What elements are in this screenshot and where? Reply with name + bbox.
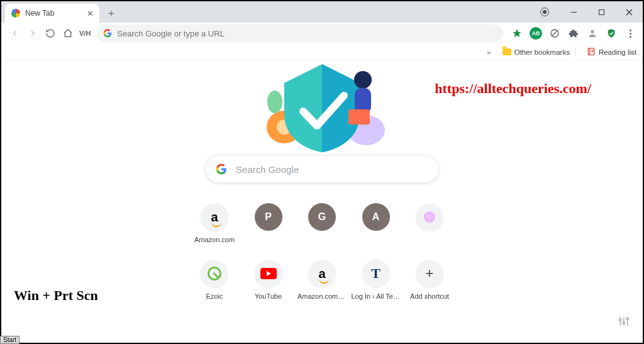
address-input[interactable] [117, 29, 497, 38]
watermark-text: https://alltechqueries.com/ [435, 80, 591, 97]
shortcut-tile[interactable] [405, 203, 454, 243]
shortcut-tile[interactable]: YouTube [244, 260, 293, 300]
shortcut-tile[interactable]: G [297, 203, 347, 243]
nav-reload-button[interactable] [42, 25, 59, 42]
svg-point-26 [626, 318, 628, 319]
svg-point-24 [623, 322, 625, 324]
svg-point-15 [267, 91, 282, 113]
search-box[interactable]: Search Google [206, 156, 438, 182]
reading-list-icon [587, 47, 596, 57]
shortcut-tile[interactable]: Ezoic [190, 260, 239, 300]
shortcut-icon: T [362, 260, 390, 287]
svg-line-6 [552, 31, 557, 36]
separator [575, 47, 575, 57]
shortcut-icon: A [362, 203, 390, 231]
shortcut-icon: a [201, 203, 228, 231]
google-icon [103, 29, 112, 38]
reading-list-label: Reading list [599, 48, 636, 56]
bookmarks-overflow-icon[interactable]: » [487, 48, 491, 56]
svg-rect-1 [599, 9, 604, 14]
shortcut-label: Amazon.com [194, 236, 235, 243]
shortcut-label: Ezoic [206, 292, 223, 300]
shortcut-tile[interactable]: TLog In ‹ All Tec... [352, 260, 401, 300]
other-bookmarks-folder[interactable]: Other bookmarks [502, 48, 570, 56]
folder-icon [502, 48, 511, 55]
extension-badge[interactable]: AB [528, 26, 543, 41]
record-indicator-icon [532, 3, 560, 21]
nav-home-button[interactable] [59, 25, 77, 42]
nav-forward-button[interactable] [24, 25, 42, 42]
extension-block-icon[interactable] [547, 26, 562, 41]
tab-close-icon[interactable]: ✕ [86, 9, 94, 18]
shortcut-tile[interactable]: P [244, 203, 293, 243]
nav-back-button[interactable] [6, 25, 24, 42]
browser-menu-button[interactable] [623, 26, 638, 41]
other-bookmarks-label: Other bookmarks [514, 48, 570, 56]
shortcut-tile[interactable]: A [352, 203, 401, 243]
tab-favicon [11, 9, 20, 18]
window-controls [532, 1, 643, 23]
shortcut-icon: + [416, 260, 443, 287]
svg-point-7 [591, 30, 594, 33]
vpn-indicator[interactable]: V/H [77, 25, 93, 42]
shortcut-icon: G [308, 203, 336, 231]
svg-point-16 [354, 71, 372, 89]
window-maximize-button[interactable] [587, 3, 615, 21]
customize-button[interactable] [618, 315, 630, 330]
svg-point-22 [619, 319, 621, 321]
shortcut-label: Log In ‹ All Tec... [352, 292, 401, 300]
window-close-button[interactable] [615, 3, 643, 21]
shortcut-tile[interactable]: aAmazon.com. ... [297, 260, 347, 300]
keyboard-hint-text: Win + Prt Scn [14, 287, 98, 304]
browser-tab[interactable]: New Tab ✕ [5, 4, 99, 23]
window-minimize-button[interactable] [560, 3, 587, 21]
shortcut-label: YouTube [255, 292, 282, 300]
extension-area: AB [509, 26, 638, 41]
page-content: https://alltechqueries.com/ Win + Prt Sc… [3, 62, 641, 341]
hero-illustration [240, 58, 404, 152]
shortcut-icon: a [308, 260, 336, 287]
new-tab-button[interactable]: ＋ [103, 5, 119, 21]
shortcut-tile[interactable]: +Add shortcut [405, 260, 454, 300]
shortcut-tile[interactable]: aAmazon.com [190, 203, 239, 243]
shortcut-label: Add shortcut [410, 292, 449, 300]
google-logo-icon [216, 164, 227, 175]
shield-check-icon[interactable] [604, 26, 619, 41]
address-bar[interactable] [97, 25, 503, 42]
shortcut-icon [416, 203, 443, 231]
svg-rect-18 [348, 109, 370, 125]
reading-list-button[interactable]: Reading list [587, 47, 636, 57]
search-placeholder: Search Google [236, 164, 299, 175]
profile-avatar-icon[interactable] [585, 26, 600, 41]
extensions-puzzle-icon[interactable] [566, 26, 581, 41]
shortcut-icon [201, 260, 228, 287]
svg-marker-4 [513, 29, 521, 37]
tab-title: New Tab [25, 9, 86, 18]
shortcut-icon: P [255, 203, 282, 231]
shortcuts-grid: aAmazon.comPGA EzoicYouTubeaAmazon.com. … [190, 197, 454, 300]
titlebar: New Tab ✕ ＋ [1, 1, 643, 23]
shortcut-label: Amazon.com. ... [297, 292, 347, 300]
shortcut-icon [255, 260, 282, 287]
toolbar: V/H AB [1, 23, 643, 44]
bookmark-star-icon[interactable] [509, 26, 525, 41]
taskbar-start-fragment: Start [0, 336, 19, 344]
